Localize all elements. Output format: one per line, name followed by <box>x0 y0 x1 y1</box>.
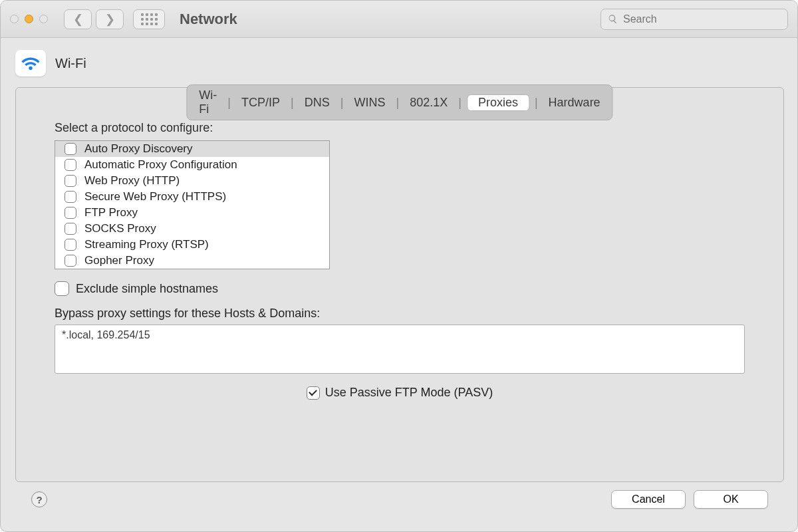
exclude-simple-label: Exclude simple hostnames <box>76 282 218 296</box>
preferences-window: ❮ ❯ Network <box>0 0 798 532</box>
tab-separator: | <box>393 96 402 110</box>
show-all-button[interactable] <box>133 9 165 29</box>
select-protocol-label: Select a protocol to configure: <box>55 121 745 135</box>
protocol-checkbox[interactable] <box>65 175 76 187</box>
cancel-button[interactable]: Cancel <box>611 490 686 509</box>
protocol-checkbox[interactable] <box>65 143 76 155</box>
search-input[interactable] <box>623 13 781 25</box>
protocol-checkbox[interactable] <box>65 239 76 251</box>
traffic-lights <box>10 15 48 23</box>
window-close-button[interactable] <box>10 15 19 23</box>
chevron-right-icon: ❯ <box>105 13 115 25</box>
back-button[interactable]: ❮ <box>64 9 92 29</box>
protocol-label: Web Proxy (HTTP) <box>84 174 180 188</box>
protocol-checkbox[interactable] <box>65 223 76 235</box>
search-icon <box>608 14 618 24</box>
protocol-row[interactable]: SOCKS Proxy <box>55 221 329 237</box>
tab-separator: | <box>288 96 297 110</box>
protocol-label: Gopher Proxy <box>84 254 154 267</box>
tab-separator: | <box>532 96 541 110</box>
tab-wi-fi[interactable]: Wi-Fi <box>194 87 222 118</box>
chevron-left-icon: ❮ <box>73 13 83 25</box>
protocol-row[interactable]: Web Proxy (HTTP) <box>55 173 329 189</box>
window-zoom-button[interactable] <box>39 15 48 23</box>
tab-separator: | <box>225 96 233 110</box>
protocol-label: Streaming Proxy (RTSP) <box>84 238 209 251</box>
protocol-checkbox[interactable] <box>65 191 76 203</box>
tab-tcp-ip[interactable]: TCP/IP <box>236 94 285 111</box>
page-title: Wi-Fi <box>55 56 86 71</box>
protocol-row[interactable]: Automatic Proxy Configuration <box>55 157 329 173</box>
bypass-label: Bypass proxy settings for these Hosts & … <box>55 307 745 321</box>
tab-wins[interactable]: WINS <box>348 94 390 111</box>
protocol-row[interactable]: Gopher Proxy <box>55 253 329 269</box>
svg-point-0 <box>29 66 33 70</box>
footer: ? Cancel OK <box>15 482 784 519</box>
protocol-checkbox[interactable] <box>65 255 76 267</box>
search-field[interactable] <box>600 9 788 30</box>
tab-separator: | <box>456 96 464 110</box>
protocol-label: FTP Proxy <box>84 206 138 219</box>
tabbar: Wi-Fi|TCP/IP|DNS|WINS|802.1X|Proxies|Har… <box>186 84 612 120</box>
proxies-panel: Select a protocol to configure: Auto Pro… <box>15 87 784 482</box>
toolbar: ❮ ❯ Network <box>1 1 797 38</box>
protocol-label: SOCKS Proxy <box>84 222 156 235</box>
protocol-label: Secure Web Proxy (HTTPS) <box>84 190 226 203</box>
exclude-simple-hostnames[interactable]: Exclude simple hostnames <box>55 281 745 296</box>
protocol-label: Auto Proxy Discovery <box>84 142 193 156</box>
toolbar-title: Network <box>180 11 237 28</box>
passive-ftp-label: Use Passive FTP Mode (PASV) <box>325 386 493 400</box>
protocol-checkbox[interactable] <box>65 207 76 219</box>
tab-proxies[interactable]: Proxies <box>467 94 529 111</box>
ok-button[interactable]: OK <box>694 490 768 509</box>
grid-icon <box>141 13 158 25</box>
tab-dns[interactable]: DNS <box>299 94 335 111</box>
bypass-hosts-field[interactable] <box>55 325 745 374</box>
protocol-row[interactable]: FTP Proxy <box>55 205 329 221</box>
tab-separator: | <box>338 96 346 110</box>
tab-802-1x[interactable]: 802.1X <box>404 94 453 111</box>
exclude-simple-checkbox[interactable] <box>55 281 69 296</box>
tab-hardware[interactable]: Hardware <box>543 94 606 111</box>
help-button[interactable]: ? <box>31 491 47 507</box>
protocol-checkbox[interactable] <box>65 159 76 171</box>
page-header: Wi-Fi <box>15 50 784 76</box>
content: Wi-Fi Wi-Fi|TCP/IP|DNS|WINS|802.1X|Proxi… <box>1 38 797 531</box>
passive-ftp-checkbox[interactable] <box>307 386 320 400</box>
nav-buttons: ❮ ❯ <box>64 9 124 29</box>
passive-ftp-row[interactable]: Use Passive FTP Mode (PASV) <box>55 386 745 400</box>
protocol-row[interactable]: Streaming Proxy (RTSP) <box>55 237 329 253</box>
protocol-row[interactable]: Secure Web Proxy (HTTPS) <box>55 189 329 205</box>
window-minimize-button[interactable] <box>25 15 33 23</box>
protocol-list[interactable]: Auto Proxy DiscoveryAutomatic Proxy Conf… <box>55 140 330 269</box>
protocol-label: Automatic Proxy Configuration <box>84 158 237 172</box>
wifi-icon <box>15 50 46 76</box>
forward-button[interactable]: ❯ <box>96 9 124 29</box>
protocol-row[interactable]: Auto Proxy Discovery <box>55 141 329 157</box>
